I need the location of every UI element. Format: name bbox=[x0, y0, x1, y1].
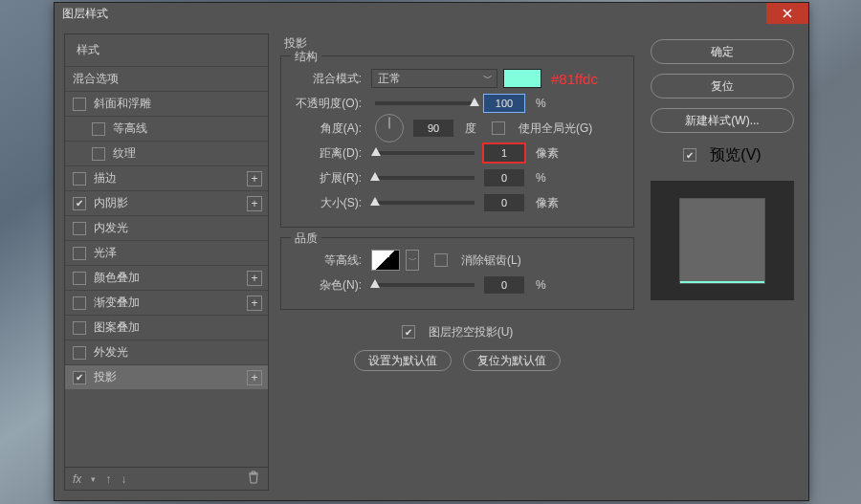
structure-group: 结构 混合模式: 正常 ﹀ #81ffdc 不透明度(O): 100 % bbox=[280, 55, 634, 228]
angle-dial[interactable] bbox=[375, 114, 404, 142]
settings-panel: 投影 结构 混合模式: 正常 ﹀ #81ffdc 不透明度(O): 100 bbox=[280, 33, 634, 491]
hex-annotation: #81ffdc bbox=[551, 71, 598, 87]
style-row-1[interactable]: 斜面和浮雕 bbox=[65, 91, 268, 116]
style-row-7[interactable]: 光泽 bbox=[65, 240, 268, 265]
style-row-9[interactable]: 渐变叠加+ bbox=[65, 290, 268, 315]
trash-icon[interactable] bbox=[247, 471, 260, 487]
style-checkbox[interactable] bbox=[73, 222, 86, 235]
size-slider[interactable] bbox=[375, 201, 475, 205]
spread-slider[interactable] bbox=[375, 176, 475, 180]
style-label: 颜色叠加 bbox=[94, 270, 140, 286]
reset-default-button[interactable]: 复位为默认值 bbox=[463, 350, 561, 371]
style-label: 投影 bbox=[94, 369, 117, 385]
section-title: 投影 bbox=[284, 35, 634, 52]
style-checkbox[interactable] bbox=[73, 272, 86, 285]
style-label: 内发光 bbox=[94, 220, 128, 236]
style-row-5[interactable]: 内阴影+ bbox=[65, 190, 268, 215]
layer-style-dialog: 图层样式 样式 混合选项斜面和浮雕等高线纹理描边+内阴影+内发光光泽颜色叠加+渐… bbox=[54, 2, 809, 501]
fx-label[interactable]: fx bbox=[73, 472, 81, 486]
move-down-icon[interactable]: ↓ bbox=[121, 472, 126, 486]
distance-input[interactable]: 1 bbox=[484, 144, 524, 162]
style-checkbox[interactable] bbox=[92, 122, 105, 136]
opacity-input[interactable]: 100 bbox=[484, 95, 524, 112]
add-effect-icon[interactable]: + bbox=[247, 370, 262, 385]
style-row-8[interactable]: 颜色叠加+ bbox=[65, 265, 268, 290]
cancel-button[interactable]: 复位 bbox=[651, 74, 794, 99]
style-checkbox[interactable] bbox=[73, 321, 86, 335]
style-label: 光泽 bbox=[94, 245, 117, 261]
antialias-checkbox[interactable] bbox=[434, 253, 448, 267]
titlebar: 图层样式 bbox=[55, 3, 808, 24]
opacity-slider[interactable] bbox=[375, 101, 475, 105]
preview-swatch bbox=[680, 199, 764, 283]
style-row-10[interactable]: 图案叠加 bbox=[65, 315, 268, 340]
move-up-icon[interactable]: ↑ bbox=[105, 472, 111, 486]
style-checkbox[interactable] bbox=[73, 197, 86, 210]
style-checkbox[interactable] bbox=[92, 147, 105, 161]
chevron-down-icon: ﹀ bbox=[483, 72, 493, 85]
contour-dropdown[interactable]: ﹀ bbox=[406, 250, 419, 271]
style-checkbox[interactable] bbox=[73, 371, 86, 384]
style-row-3[interactable]: 纹理 bbox=[65, 141, 268, 165]
make-default-button[interactable]: 设置为默认值 bbox=[354, 350, 452, 371]
style-label: 内阴影 bbox=[94, 195, 128, 211]
add-effect-icon[interactable]: + bbox=[247, 196, 262, 211]
style-label: 等高线 bbox=[113, 121, 147, 137]
style-checkbox[interactable] bbox=[73, 296, 86, 310]
add-effect-icon[interactable]: + bbox=[247, 271, 262, 286]
style-label: 混合选项 bbox=[73, 71, 119, 87]
contour-picker[interactable] bbox=[371, 250, 400, 271]
style-row-0[interactable]: 混合选项 bbox=[65, 66, 268, 91]
style-row-4[interactable]: 描边+ bbox=[65, 165, 268, 190]
ok-button[interactable]: 确定 bbox=[651, 39, 794, 64]
style-checkbox[interactable] bbox=[73, 172, 86, 186]
preview-checkbox[interactable] bbox=[683, 148, 696, 162]
style-row-6[interactable]: 内发光 bbox=[65, 215, 268, 240]
style-checkbox[interactable] bbox=[73, 98, 86, 111]
noise-input[interactable]: 0 bbox=[484, 276, 524, 294]
style-label: 渐变叠加 bbox=[94, 295, 140, 311]
style-label: 纹理 bbox=[113, 145, 136, 162]
style-label: 描边 bbox=[94, 170, 117, 186]
size-input[interactable]: 0 bbox=[484, 194, 524, 211]
style-checkbox[interactable] bbox=[73, 346, 86, 360]
knockout-checkbox[interactable] bbox=[402, 325, 415, 339]
style-row-12[interactable]: 投影+ bbox=[65, 364, 268, 389]
close-button[interactable] bbox=[766, 3, 808, 24]
angle-input[interactable]: 90 bbox=[413, 120, 453, 137]
style-checkbox[interactable] bbox=[73, 247, 86, 260]
add-effect-icon[interactable]: + bbox=[247, 296, 262, 311]
styles-header: 样式 bbox=[65, 34, 268, 66]
window-title: 图层样式 bbox=[55, 6, 108, 22]
distance-slider[interactable] bbox=[375, 151, 475, 155]
add-effect-icon[interactable]: + bbox=[247, 171, 262, 186]
dialog-buttons: 确定 复位 新建样式(W)... 预览(V) bbox=[646, 33, 799, 491]
sidebar-footer: fx ▾ ↑ ↓ bbox=[65, 467, 268, 490]
style-label: 图案叠加 bbox=[94, 319, 140, 336]
blend-mode-select[interactable]: 正常 ﹀ bbox=[371, 69, 497, 88]
global-light-checkbox[interactable] bbox=[492, 121, 505, 135]
style-label: 外发光 bbox=[94, 344, 128, 361]
style-row-11[interactable]: 外发光 bbox=[65, 340, 268, 364]
close-icon bbox=[783, 9, 792, 18]
style-row-2[interactable]: 等高线 bbox=[65, 116, 268, 141]
styles-sidebar: 样式 混合选项斜面和浮雕等高线纹理描边+内阴影+内发光光泽颜色叠加+渐变叠加+图… bbox=[64, 33, 269, 491]
new-style-button[interactable]: 新建样式(W)... bbox=[651, 108, 794, 133]
color-swatch[interactable] bbox=[503, 69, 541, 88]
noise-slider[interactable] bbox=[375, 283, 475, 287]
quality-group: 品质 等高线: ﹀ 消除锯齿(L) 杂色(N): 0 % bbox=[280, 237, 634, 310]
preview-box bbox=[651, 181, 794, 300]
spread-input[interactable]: 0 bbox=[484, 169, 524, 186]
style-label: 斜面和浮雕 bbox=[94, 96, 151, 112]
